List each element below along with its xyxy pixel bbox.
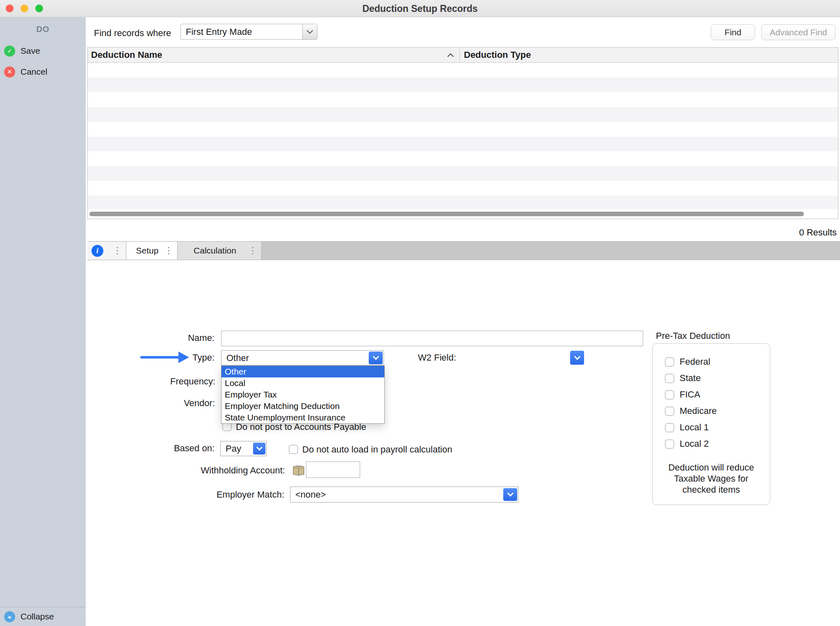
pretax-label-fica: FICA [680,389,700,400]
x-circle-icon: ✕ [4,66,15,78]
name-input[interactable] [221,331,643,346]
name-label: Name: [188,333,215,343]
collapse-chevron-icon: « [4,611,15,622]
drag-handle-icon: ⋮ [248,246,257,255]
check-circle-icon: ✓ [4,46,15,57]
w2-field-label: W2 Field: [418,352,456,363]
dropdown-option-state-unemployment[interactable]: State Unemployment Insurance [221,412,384,423]
save-button[interactable]: ✓ Save [4,45,40,57]
w2-field-select[interactable] [570,351,584,365]
titlebar: Deduction Setup Records [0,0,840,17]
collapse-button-label: Collapse [21,612,54,621]
pretax-checkbox-local1[interactable] [665,423,674,432]
tab-calculation[interactable]: Calculation ⋮ [178,242,262,260]
results-count: 0 Results [799,227,837,238]
drag-handle-icon: ⋮ [113,246,122,255]
pretax-label-federal: Federal [680,356,710,367]
pointer-arrow-head [178,352,189,363]
tab-bar: i ⋮ Setup ⋮ Calculation ⋮ [87,241,840,260]
pointer-arrow [140,356,179,359]
pretax-checkbox-fica[interactable] [665,390,674,400]
table-body-empty [88,63,838,210]
find-records-label: Find records where [94,28,171,39]
employer-match-label: Employer Match: [217,489,284,500]
collapse-button[interactable]: « Collapse [0,607,86,626]
chevron-down-icon [307,27,313,34]
pretax-row-fica: FICA [665,386,764,403]
based-on-dropdown-button[interactable] [253,443,265,455]
pretax-row-medicare: Medicare [665,403,764,419]
withholding-account-label: Withholding Account: [201,465,285,476]
vendor-label: Vendor: [184,398,215,409]
find-field-dropdown-button[interactable] [302,24,317,39]
type-select[interactable]: Other [221,350,384,366]
pretax-label-state: State [680,373,701,384]
deduction-type-column-header[interactable]: Deduction Type [460,50,838,60]
based-on-label: Based on: [174,443,215,454]
pretax-checkbox-state[interactable] [665,374,674,383]
pretax-panel: Federal State FICA Medicare Local 1 Loca… [652,343,770,505]
chevron-down-icon [507,490,514,497]
frequency-label: Frequency: [170,376,215,387]
pretax-checkbox-local2[interactable] [665,439,674,449]
dropdown-option-employer-tax[interactable]: Employer Tax [221,389,384,400]
pretax-panel-title: Pre-Tax Deduction [656,331,730,341]
horizontal-scrollbar-track [88,209,838,219]
find-button[interactable]: Find [711,24,755,40]
cancel-button-label: Cancel [21,67,47,77]
horizontal-scrollbar-thumb[interactable] [89,212,804,216]
pretax-checkbox-federal[interactable] [665,357,674,367]
ledger-icon[interactable] [292,465,305,476]
dropdown-option-local[interactable]: Local [221,377,384,389]
pretax-checkbox-medicare[interactable] [665,407,674,416]
tab-setup-label: Setup [130,246,164,256]
advanced-find-button[interactable]: Advanced Find [761,24,835,40]
drag-handle-icon: ⋮ [164,246,173,255]
save-button-label: Save [21,46,40,56]
employer-match-value: <none> [290,489,503,500]
auto-load-checkbox[interactable] [289,445,298,454]
type-select-dropdown-button[interactable] [369,352,383,364]
find-field-select[interactable]: First Entry Made [180,24,317,40]
type-select-value: Other [221,353,369,363]
sidebar: DO ✓ Save ✕ Cancel « Collapse [0,17,86,626]
table-header: Deduction Name Deduction Type [88,48,838,63]
pretax-row-state: State [665,370,764,386]
auto-load-label: Do not auto load in payroll calculation [302,444,452,455]
pretax-row-federal: Federal [665,354,764,370]
tab-calculation-label: Calculation [182,246,248,256]
pretax-row-local1: Local 1 [665,419,764,436]
window-title: Deduction Setup Records [0,0,840,17]
pretax-row-local2: Local 2 [665,436,764,452]
cancel-button[interactable]: ✕ Cancel [4,66,47,78]
find-field-value: First Entry Made [181,24,302,39]
main-area: Find records where First Entry Made Find… [86,17,840,626]
info-icon[interactable]: i [91,245,103,257]
pretax-label-local2: Local 2 [680,439,709,449]
chevron-down-icon [256,444,262,451]
chevron-down-icon [372,354,379,360]
dropdown-option-employer-matching[interactable]: Employer Matching Deduction [221,400,384,412]
dropdown-option-other[interactable]: Other [221,366,384,377]
pretax-label-medicare: Medicare [680,406,717,416]
deduction-name-column-header[interactable]: Deduction Name [88,48,460,62]
chevron-down-icon [574,353,580,360]
based-on-select[interactable]: Pay [220,441,267,456]
pretax-label-local1: Local 1 [680,422,709,433]
based-on-select-value: Pay [221,443,253,454]
results-table: Deduction Name Deduction Type [87,47,838,219]
type-label: Type: [192,352,215,363]
tab-setup[interactable]: Setup ⋮ [126,242,178,260]
sidebar-header: DO [0,17,86,34]
withholding-account-input[interactable] [306,462,360,478]
employer-match-dropdown-button[interactable] [503,488,517,501]
employer-match-select[interactable]: <none> [290,487,518,503]
pretax-note: Deduction will reduce Taxable Wages for … [658,462,764,495]
sort-ascending-icon [447,53,454,60]
tab-tools-segment: i ⋮ [87,242,126,260]
type-dropdown-list: Other Local Employer Tax Employer Matchi… [221,366,385,424]
